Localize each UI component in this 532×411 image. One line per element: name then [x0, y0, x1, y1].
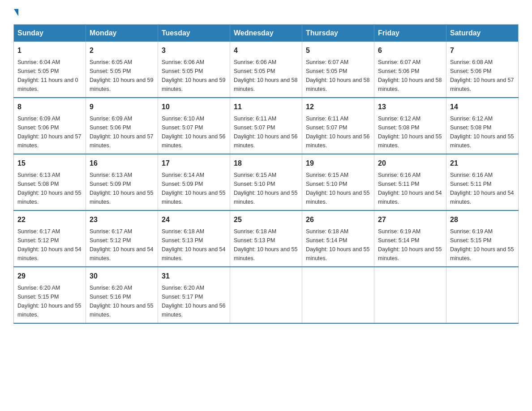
day-number: 8	[17, 102, 82, 112]
day-number: 16	[90, 158, 154, 169]
day-number: 29	[17, 271, 82, 282]
calendar-body: 1Sunrise: 6:04 AMSunset: 5:05 PMDaylight…	[14, 42, 519, 323]
day-cell: 27Sunrise: 6:19 AMSunset: 5:14 PMDayligh…	[374, 210, 446, 267]
header-cell-friday: Friday	[374, 25, 446, 42]
day-cell: 19Sunrise: 6:15 AMSunset: 5:10 PMDayligh…	[302, 154, 374, 210]
day-info: Sunrise: 6:08 AMSunset: 5:06 PMDaylight:…	[450, 59, 514, 92]
day-cell: 24Sunrise: 6:18 AMSunset: 5:13 PMDayligh…	[158, 210, 230, 267]
day-info: Sunrise: 6:13 AMSunset: 5:09 PMDaylight:…	[90, 172, 153, 205]
day-cell: 31Sunrise: 6:20 AMSunset: 5:17 PMDayligh…	[158, 267, 230, 323]
day-number: 11	[234, 102, 298, 112]
day-cell: 3Sunrise: 6:06 AMSunset: 5:05 PMDaylight…	[158, 42, 230, 98]
day-cell	[374, 267, 446, 323]
day-info: Sunrise: 6:18 AMSunset: 5:13 PMDaylight:…	[234, 228, 297, 261]
day-cell: 26Sunrise: 6:18 AMSunset: 5:14 PMDayligh…	[302, 210, 374, 267]
day-cell: 20Sunrise: 6:16 AMSunset: 5:11 PMDayligh…	[374, 154, 446, 210]
day-cell: 14Sunrise: 6:12 AMSunset: 5:08 PMDayligh…	[446, 98, 519, 154]
week-row-5: 29Sunrise: 6:20 AMSunset: 5:15 PMDayligh…	[14, 267, 519, 323]
header-row: SundayMondayTuesdayWednesdayThursdayFrid…	[14, 25, 519, 42]
day-number: 28	[450, 214, 515, 225]
day-number: 30	[90, 271, 154, 282]
day-info: Sunrise: 6:09 AMSunset: 5:06 PMDaylight:…	[90, 116, 153, 149]
day-info: Sunrise: 6:11 AMSunset: 5:07 PMDaylight:…	[234, 116, 297, 149]
day-cell: 5Sunrise: 6:07 AMSunset: 5:05 PMDaylight…	[302, 42, 374, 98]
day-number: 20	[378, 158, 442, 169]
day-cell: 17Sunrise: 6:14 AMSunset: 5:09 PMDayligh…	[158, 154, 230, 210]
day-cell	[230, 267, 302, 323]
calendar-header: SundayMondayTuesdayWednesdayThursdayFrid…	[14, 25, 519, 42]
day-number: 23	[90, 214, 154, 225]
day-info: Sunrise: 6:20 AMSunset: 5:17 PMDaylight:…	[162, 285, 225, 318]
day-info: Sunrise: 6:05 AMSunset: 5:05 PMDaylight:…	[90, 59, 153, 92]
day-info: Sunrise: 6:06 AMSunset: 5:05 PMDaylight:…	[234, 59, 297, 92]
day-number: 4	[234, 45, 298, 56]
day-info: Sunrise: 6:16 AMSunset: 5:11 PMDaylight:…	[450, 172, 514, 205]
day-number: 7	[450, 45, 515, 56]
day-cell: 25Sunrise: 6:18 AMSunset: 5:13 PMDayligh…	[230, 210, 302, 267]
day-number: 2	[90, 45, 154, 56]
day-number: 21	[450, 158, 515, 169]
day-info: Sunrise: 6:17 AMSunset: 5:12 PMDaylight:…	[90, 228, 153, 261]
week-row-2: 8Sunrise: 6:09 AMSunset: 5:06 PMDaylight…	[14, 98, 519, 154]
calendar-table: SundayMondayTuesdayWednesdayThursdayFrid…	[13, 24, 519, 324]
day-cell: 18Sunrise: 6:15 AMSunset: 5:10 PMDayligh…	[230, 154, 302, 210]
day-cell: 4Sunrise: 6:06 AMSunset: 5:05 PMDaylight…	[230, 42, 302, 98]
day-cell	[446, 267, 519, 323]
day-number: 9	[90, 102, 154, 112]
day-cell: 10Sunrise: 6:10 AMSunset: 5:07 PMDayligh…	[158, 98, 230, 154]
day-info: Sunrise: 6:11 AMSunset: 5:07 PMDaylight:…	[306, 116, 369, 149]
day-number: 17	[162, 158, 226, 169]
day-number: 5	[306, 45, 370, 56]
day-number: 10	[162, 102, 226, 112]
day-number: 27	[378, 214, 442, 225]
day-cell: 6Sunrise: 6:07 AMSunset: 5:06 PMDaylight…	[374, 42, 446, 98]
week-row-3: 15Sunrise: 6:13 AMSunset: 5:08 PMDayligh…	[14, 154, 519, 210]
day-info: Sunrise: 6:09 AMSunset: 5:06 PMDaylight:…	[17, 116, 81, 149]
day-cell: 12Sunrise: 6:11 AMSunset: 5:07 PMDayligh…	[302, 98, 374, 154]
day-number: 15	[17, 158, 82, 169]
day-info: Sunrise: 6:17 AMSunset: 5:12 PMDaylight:…	[17, 228, 81, 261]
day-cell: 29Sunrise: 6:20 AMSunset: 5:15 PMDayligh…	[14, 267, 86, 323]
day-cell: 1Sunrise: 6:04 AMSunset: 5:05 PMDaylight…	[14, 42, 86, 98]
header-cell-monday: Monday	[86, 25, 158, 42]
logo	[13, 9, 18, 15]
day-info: Sunrise: 6:07 AMSunset: 5:05 PMDaylight:…	[306, 59, 369, 92]
week-row-4: 22Sunrise: 6:17 AMSunset: 5:12 PMDayligh…	[14, 210, 519, 267]
day-cell: 22Sunrise: 6:17 AMSunset: 5:12 PMDayligh…	[14, 210, 86, 267]
header-cell-thursday: Thursday	[302, 25, 374, 42]
day-cell	[302, 267, 374, 323]
day-number: 22	[17, 214, 82, 225]
day-info: Sunrise: 6:13 AMSunset: 5:08 PMDaylight:…	[17, 172, 81, 205]
day-number: 25	[234, 214, 298, 225]
day-cell: 13Sunrise: 6:12 AMSunset: 5:08 PMDayligh…	[374, 98, 446, 154]
day-info: Sunrise: 6:18 AMSunset: 5:13 PMDaylight:…	[162, 228, 225, 261]
day-number: 6	[378, 45, 442, 56]
day-cell: 9Sunrise: 6:09 AMSunset: 5:06 PMDaylight…	[86, 98, 158, 154]
day-cell: 7Sunrise: 6:08 AMSunset: 5:06 PMDaylight…	[446, 42, 519, 98]
day-cell: 8Sunrise: 6:09 AMSunset: 5:06 PMDaylight…	[14, 98, 86, 154]
day-info: Sunrise: 6:20 AMSunset: 5:15 PMDaylight:…	[17, 285, 81, 318]
day-number: 12	[306, 102, 370, 112]
day-number: 13	[378, 102, 442, 112]
day-info: Sunrise: 6:04 AMSunset: 5:05 PMDaylight:…	[17, 59, 78, 92]
day-cell: 23Sunrise: 6:17 AMSunset: 5:12 PMDayligh…	[86, 210, 158, 267]
day-number: 31	[162, 271, 226, 282]
week-row-1: 1Sunrise: 6:04 AMSunset: 5:05 PMDaylight…	[14, 42, 519, 98]
day-cell: 11Sunrise: 6:11 AMSunset: 5:07 PMDayligh…	[230, 98, 302, 154]
day-info: Sunrise: 6:18 AMSunset: 5:14 PMDaylight:…	[306, 228, 369, 261]
day-info: Sunrise: 6:12 AMSunset: 5:08 PMDaylight:…	[378, 116, 442, 149]
page-header	[13, 9, 519, 15]
header-cell-tuesday: Tuesday	[158, 25, 230, 42]
day-info: Sunrise: 6:20 AMSunset: 5:16 PMDaylight:…	[90, 285, 153, 318]
day-number: 3	[162, 45, 226, 56]
day-cell: 2Sunrise: 6:05 AMSunset: 5:05 PMDaylight…	[86, 42, 158, 98]
day-info: Sunrise: 6:15 AMSunset: 5:10 PMDaylight:…	[234, 172, 297, 205]
day-info: Sunrise: 6:15 AMSunset: 5:10 PMDaylight:…	[306, 172, 369, 205]
day-info: Sunrise: 6:14 AMSunset: 5:09 PMDaylight:…	[162, 172, 225, 205]
day-number: 19	[306, 158, 370, 169]
day-info: Sunrise: 6:12 AMSunset: 5:08 PMDaylight:…	[450, 116, 514, 149]
day-info: Sunrise: 6:19 AMSunset: 5:15 PMDaylight:…	[450, 228, 514, 261]
day-info: Sunrise: 6:16 AMSunset: 5:11 PMDaylight:…	[378, 172, 442, 205]
day-cell: 28Sunrise: 6:19 AMSunset: 5:15 PMDayligh…	[446, 210, 519, 267]
day-cell: 30Sunrise: 6:20 AMSunset: 5:16 PMDayligh…	[86, 267, 158, 323]
